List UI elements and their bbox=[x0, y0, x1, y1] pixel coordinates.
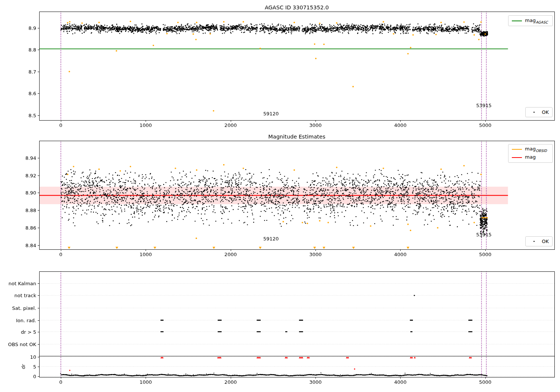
dr-tick-label: 5 bbox=[33, 364, 36, 369]
annotation-obsid: 59120 bbox=[263, 236, 279, 242]
legend-label-mag-obsid: magOBSID bbox=[525, 146, 547, 153]
annotation-obsid: 59120 bbox=[263, 111, 279, 116]
legend-entry-mag-obsid: magOBSID bbox=[512, 146, 549, 153]
black-dot-swatch bbox=[529, 110, 539, 115]
annotation-obsid: 53915 bbox=[476, 103, 491, 108]
x-tick-label: 0 bbox=[59, 122, 62, 128]
x-tick-label: 5000 bbox=[479, 252, 491, 257]
y-tick-label: 8.86 bbox=[25, 225, 36, 231]
annotation-obsid: 53915 bbox=[476, 231, 491, 237]
category-tick-label: Ion. rad. bbox=[16, 317, 36, 323]
legend-mag-agasc: magAGASC bbox=[508, 15, 553, 26]
y-tick-label: 8.8 bbox=[28, 47, 36, 53]
x-tick-label: 3000 bbox=[309, 122, 321, 128]
x-tick-label: 1000 bbox=[140, 379, 152, 385]
x-tick-label: 2000 bbox=[224, 379, 237, 385]
category-tick-label: dr > 5 bbox=[21, 329, 36, 335]
x-tick-label: 3000 bbox=[309, 379, 321, 385]
category-tick-label: not track bbox=[14, 293, 36, 298]
charts-canvas bbox=[0, 0, 560, 392]
dr-tick-label: 0 bbox=[33, 373, 36, 379]
x-tick-label: 0 bbox=[59, 252, 62, 257]
legend-ok-middle: OK bbox=[525, 236, 553, 246]
legend-label-mag: mag bbox=[525, 154, 536, 161]
legend-mag-obsid: magOBSID mag bbox=[508, 144, 553, 163]
x-tick-label: 4000 bbox=[394, 252, 407, 257]
legend-label-mag-agasc: magAGASC bbox=[525, 18, 548, 24]
legend-ok-top: OK bbox=[525, 107, 553, 117]
y-tick-label: 8.92 bbox=[25, 172, 36, 178]
x-tick-label: 5000 bbox=[479, 379, 491, 385]
category-tick-label: OBS not OK bbox=[8, 342, 37, 347]
y-tick-label: 8.5 bbox=[28, 112, 36, 118]
y-tick-label: 8.9 bbox=[28, 25, 36, 31]
figure: AGASC ID 330715352.0 Magnitude Estimates… bbox=[0, 0, 560, 392]
legend-label-ok-top: OK bbox=[542, 109, 549, 115]
y-tick-label: 8.7 bbox=[28, 69, 36, 74]
x-tick-label: 2000 bbox=[224, 122, 237, 128]
y-tick-label: 8.90 bbox=[25, 190, 36, 196]
orange-line-swatch bbox=[512, 149, 522, 150]
y-tick-label: 8.84 bbox=[25, 242, 36, 248]
legend-entry-mag: mag bbox=[512, 155, 549, 161]
legend-label-ok-middle: OK bbox=[542, 239, 549, 244]
red-line-swatch bbox=[512, 157, 522, 158]
dr-tick-label: 10 bbox=[30, 354, 36, 360]
top-chart-title: AGASC ID 330715352.0 bbox=[265, 4, 329, 10]
y-tick-label: 8.88 bbox=[25, 208, 36, 213]
x-tick-label: 1000 bbox=[140, 252, 152, 257]
y-tick-label: 8.94 bbox=[25, 155, 36, 161]
legend-entry-ok-middle: OK bbox=[529, 238, 549, 245]
x-tick-label: 1000 bbox=[140, 122, 152, 128]
x-tick-label: 4000 bbox=[394, 379, 407, 385]
x-tick-label: 5000 bbox=[479, 122, 491, 128]
y-tick-label: 8.6 bbox=[28, 91, 36, 96]
legend-entry-ok-top: OK bbox=[529, 109, 549, 115]
x-tick-label: 4000 bbox=[394, 122, 407, 128]
category-tick-label: Sat. pixel. bbox=[12, 305, 36, 311]
middle-chart-title: Magnitude Estimates bbox=[268, 134, 325, 140]
x-tick-label: 0 bbox=[59, 379, 62, 385]
black-dot-swatch bbox=[529, 239, 539, 244]
x-tick-label: 3000 bbox=[309, 252, 321, 257]
green-line-swatch bbox=[512, 21, 522, 21]
legend-entry-mag-agasc: magAGASC bbox=[512, 18, 549, 24]
dr-axis-label: dr bbox=[21, 364, 26, 369]
x-tick-label: 2000 bbox=[224, 252, 237, 257]
category-tick-label: not Kalman bbox=[9, 281, 36, 286]
